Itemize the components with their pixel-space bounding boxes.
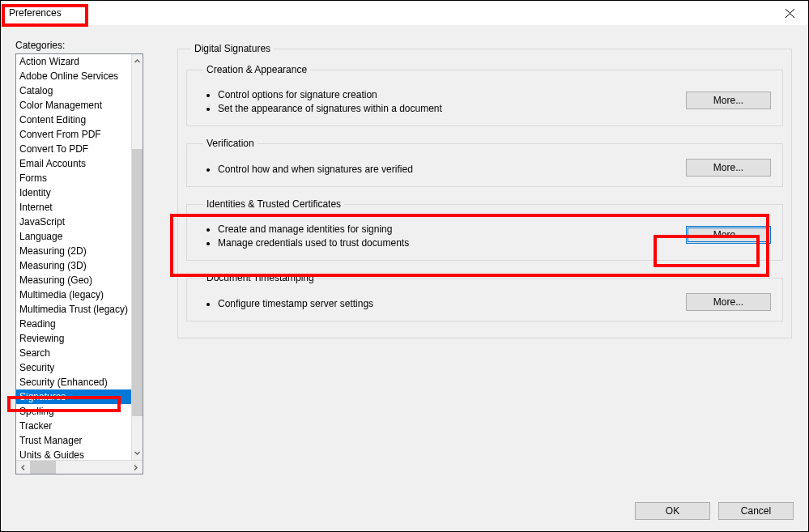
category-item[interactable]: Forms: [16, 171, 131, 185]
more-button-verification[interactable]: More...: [686, 159, 771, 177]
category-item[interactable]: Action Wizard: [16, 54, 131, 69]
preferences-window: Preferences Categories: Action WizardAdo…: [0, 0, 809, 532]
category-item[interactable]: Units & Guides: [16, 448, 131, 460]
section-title: Creation & Appearance: [203, 64, 310, 75]
chevron-up-icon: [134, 58, 140, 64]
category-item[interactable]: Identity: [16, 185, 131, 200]
scroll-thumb[interactable]: [132, 149, 143, 416]
section-creation-appearance: Creation & Appearance Control options fo…: [186, 64, 783, 126]
categories-column: Categories: Action WizardAdobe Online Se…: [15, 40, 143, 475]
section-bullets: Control options for signature creation S…: [198, 88, 442, 116]
categories-vertical-scrollbar[interactable]: [131, 54, 143, 460]
category-item[interactable]: Email Accounts: [16, 156, 131, 171]
categories-label: Categories:: [15, 40, 143, 51]
category-item[interactable]: Signatures: [16, 389, 131, 404]
section-identities: Identities & Trusted Certificates Create…: [186, 198, 783, 261]
category-item[interactable]: Security: [16, 360, 131, 375]
category-item[interactable]: Color Management: [16, 98, 131, 113]
categories-listbox[interactable]: Action WizardAdobe Online ServicesCatalo…: [15, 53, 143, 475]
chevron-down-icon: [134, 450, 140, 456]
category-item[interactable]: Search: [16, 346, 131, 360]
category-item[interactable]: Security (Enhanced): [16, 375, 131, 389]
section-bullets: Configure timestamp server settings: [198, 297, 373, 311]
category-item[interactable]: Measuring (Geo): [16, 273, 131, 287]
more-button-identities[interactable]: More...: [686, 226, 771, 244]
close-icon: [786, 9, 794, 18]
section-title: Verification: [203, 138, 258, 149]
settings-panel: Digital Signatures Creation & Appearance…: [176, 40, 794, 338]
panel-title: Digital Signatures: [191, 43, 274, 54]
category-item[interactable]: Trust Manager: [16, 433, 131, 448]
window-title: Preferences: [7, 7, 62, 19]
category-item[interactable]: Language: [16, 229, 131, 244]
dialog-body: Categories: Action WizardAdobe Online Se…: [1, 25, 808, 531]
hscroll-thumb[interactable]: [30, 461, 56, 474]
section-bullets: Create and manage identities for signing…: [198, 223, 409, 250]
scroll-right-button[interactable]: [129, 461, 143, 474]
chevron-left-icon: [20, 465, 26, 470]
bullet-item: Manage credentials used to trust documen…: [218, 236, 409, 250]
scroll-left-button[interactable]: [16, 461, 30, 474]
category-item[interactable]: Multimedia Trust (legacy): [16, 302, 131, 317]
bullet-item: Control how and when signatures are veri…: [218, 163, 413, 177]
bullet-item: Set the appearance of signatures within …: [218, 102, 442, 116]
scroll-track[interactable]: [132, 68, 143, 446]
titlebar: Preferences: [1, 1, 808, 25]
dialog-footer: OK Cancel: [635, 502, 794, 520]
hscroll-track[interactable]: [30, 461, 129, 474]
scroll-down-button[interactable]: [132, 446, 143, 460]
bullet-item: Create and manage identities for signing: [218, 223, 409, 236]
more-button-timestamping[interactable]: More...: [686, 293, 771, 311]
section-verification: Verification Control how and when signat…: [186, 138, 783, 187]
chevron-right-icon: [133, 465, 138, 470]
category-item[interactable]: Convert From PDF: [16, 127, 131, 142]
close-button[interactable]: [771, 1, 808, 25]
section-timestamping: Document Timestamping Configure timestam…: [186, 272, 783, 321]
category-item[interactable]: Internet: [16, 200, 131, 215]
scroll-up-button[interactable]: [132, 54, 143, 68]
category-item[interactable]: Catalog: [16, 83, 131, 98]
category-item[interactable]: Tracker: [16, 419, 131, 433]
category-item[interactable]: Content Editing: [16, 113, 131, 127]
category-item[interactable]: Measuring (3D): [16, 258, 131, 273]
section-title: Document Timestamping: [203, 272, 317, 283]
digital-signatures-group: Digital Signatures Creation & Appearance…: [177, 43, 792, 338]
categories-horizontal-scrollbar[interactable]: [16, 460, 143, 474]
category-item[interactable]: JavaScript: [16, 215, 131, 229]
more-button-creation[interactable]: More...: [686, 92, 771, 109]
ok-button[interactable]: OK: [635, 502, 710, 520]
bullet-item: Control options for signature creation: [218, 88, 442, 102]
category-item[interactable]: Convert To PDF: [16, 142, 131, 156]
bullet-item: Configure timestamp server settings: [218, 297, 373, 311]
cancel-button[interactable]: Cancel: [718, 502, 794, 520]
category-item[interactable]: Reviewing: [16, 331, 131, 346]
section-bullets: Control how and when signatures are veri…: [198, 163, 413, 177]
category-item[interactable]: Measuring (2D): [16, 244, 131, 258]
category-item[interactable]: Reading: [16, 317, 131, 331]
section-title: Identities & Trusted Certificates: [203, 198, 344, 210]
category-item[interactable]: Adobe Online Services: [16, 69, 131, 83]
category-item[interactable]: Spelling: [16, 404, 131, 419]
category-item[interactable]: Multimedia (legacy): [16, 287, 131, 302]
